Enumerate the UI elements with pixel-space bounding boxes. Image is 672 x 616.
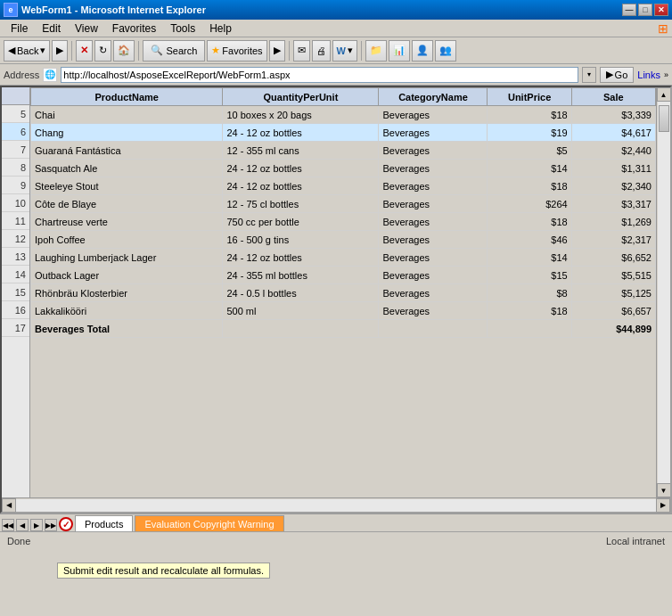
- status-bar: Done Local intranet: [0, 531, 672, 549]
- table-row[interactable]: Beverages Total $44,899: [31, 320, 656, 338]
- dropdown-icon: ▾: [348, 45, 353, 56]
- address-bar: Address 🌐 ▾ ▶ Go Links »: [0, 64, 672, 86]
- row-num-16: 16: [2, 301, 29, 319]
- search-button[interactable]: 🔍 Search: [143, 40, 205, 62]
- address-dropdown[interactable]: ▾: [582, 67, 596, 83]
- print-button[interactable]: 🖨: [312, 40, 331, 62]
- scroll-thumb-v[interactable]: [659, 105, 669, 132]
- close-button[interactable]: ✕: [654, 4, 668, 16]
- status-right: Local intranet: [606, 536, 665, 546]
- scroll-track-h[interactable]: [16, 499, 656, 512]
- cell-price: $5: [488, 142, 571, 160]
- menu-tools[interactable]: Tools: [163, 21, 202, 37]
- cell-sale: $6,657: [571, 302, 655, 320]
- cell-name: Chai: [31, 106, 223, 124]
- media-icon: ▶: [274, 45, 281, 56]
- table-row[interactable]: Sasquatch Ale 24 - 12 oz bottles Beverag…: [31, 160, 656, 177]
- cell-price: $19: [488, 124, 571, 142]
- favorites-button[interactable]: ★ Favorites: [207, 40, 266, 62]
- cell-qty: 24 - 12 oz bottles: [223, 124, 379, 142]
- cell-name: Steeleye Stout: [31, 177, 223, 195]
- folder-button[interactable]: 📁: [365, 40, 387, 62]
- sheet-tab-warning[interactable]: Evaluation Copyright Warning: [135, 515, 283, 531]
- table-row[interactable]: Côte de Blaye 12 - 75 cl bottles Beverag…: [31, 195, 656, 213]
- cell-category: Beverages: [379, 177, 488, 195]
- row-num-6: 6: [2, 123, 29, 141]
- sheet-nav-prev[interactable]: ◀: [16, 519, 29, 531]
- cell-qty: 16 - 500 g tins: [223, 231, 379, 249]
- cell-sale: $4,617: [571, 124, 655, 142]
- user-icon: 👤: [416, 45, 429, 56]
- cell-category: Beverages: [379, 124, 488, 142]
- mail-button[interactable]: ✉: [293, 40, 310, 62]
- scroll-down-button[interactable]: ▼: [657, 483, 671, 497]
- scroll-right-button[interactable]: ▶: [656, 498, 670, 513]
- table-row[interactable]: Laughing Lumberjack Lager 24 - 12 oz bot…: [31, 249, 656, 267]
- menu-edit[interactable]: Edit: [35, 21, 68, 37]
- table-row[interactable]: Steeleye Stout 24 - 12 oz bottles Bevera…: [31, 177, 656, 195]
- user-button[interactable]: 👤: [412, 40, 433, 62]
- spreadsheet-area[interactable]: ProductName QuantityPerUnit CategoryName…: [30, 87, 656, 497]
- cell-name: Sasquatch Ale: [31, 160, 223, 177]
- table-row[interactable]: Chang 24 - 12 oz bottles Beverages $19 $…: [31, 124, 656, 142]
- sheet-tab-products[interactable]: Products: [75, 515, 133, 531]
- back-button[interactable]: ◀ Back ▾: [4, 40, 50, 62]
- forward-button[interactable]: ▶: [52, 40, 68, 62]
- cell-price: $264: [488, 195, 571, 213]
- home-icon: 🏠: [118, 45, 130, 56]
- refresh-button[interactable]: ↻: [94, 40, 111, 62]
- word-button[interactable]: W ▾: [332, 40, 357, 62]
- sheet-nav-next[interactable]: ▶: [30, 519, 43, 531]
- home-button[interactable]: 🏠: [113, 40, 135, 62]
- maximize-button[interactable]: □: [638, 4, 652, 16]
- cell-price: $15: [488, 267, 571, 284]
- cell-category: Beverages: [379, 302, 488, 320]
- cell-sale: $3,339: [571, 106, 655, 124]
- cell-name: Beverages Total: [31, 320, 223, 338]
- scroll-track-v[interactable]: [658, 102, 670, 483]
- horizontal-scrollbar-area: ◀ ▶: [2, 497, 670, 512]
- cell-sale: $1,311: [571, 160, 655, 177]
- table-row[interactable]: Lakkalikööri 500 ml Beverages $18 $6,657: [31, 302, 656, 320]
- table-row[interactable]: Outback Lager 24 - 355 ml bottles Bevera…: [31, 267, 656, 284]
- table-row[interactable]: Guaraná Fantástica 12 - 355 ml cans Beve…: [31, 142, 656, 160]
- tooltip: Submit edit result and recalculate all f…: [57, 563, 270, 579]
- sheet-nav-first[interactable]: ◀◀: [2, 519, 14, 531]
- back-dropdown-icon: ▾: [40, 45, 45, 56]
- toolbar-sep-1: [71, 41, 72, 61]
- history-button[interactable]: 📊: [389, 40, 410, 62]
- table-row[interactable]: Chartreuse verte 750 cc per bottle Bever…: [31, 213, 656, 231]
- menu-favorites[interactable]: Favorites: [105, 21, 163, 37]
- row-num-header: [2, 87, 29, 105]
- app-icon: e: [4, 3, 18, 17]
- submit-icon[interactable]: ✓: [59, 517, 73, 531]
- cell-category: Beverages: [379, 231, 488, 249]
- back-icon: ◀: [8, 45, 15, 56]
- cell-qty: 750 cc per bottle: [223, 213, 379, 231]
- cell-sale: $2,340: [571, 177, 655, 195]
- stop-button[interactable]: ✕: [76, 40, 93, 62]
- vertical-scrollbar[interactable]: ▲ ▼: [656, 87, 670, 497]
- minimize-button[interactable]: —: [622, 4, 636, 16]
- cell-price: $18: [488, 177, 571, 195]
- links-expand-icon: »: [664, 70, 668, 79]
- table-row[interactable]: Chai 10 boxes x 20 bags Beverages $18 $3…: [31, 106, 656, 124]
- go-button[interactable]: ▶ Go: [600, 67, 635, 83]
- history-icon: 📊: [393, 45, 406, 56]
- table-row[interactable]: Rhönbräu Klosterbier 24 - 0.5 l bottles …: [31, 284, 656, 302]
- media-button[interactable]: ▶: [269, 40, 285, 62]
- cell-sale: $5,125: [571, 284, 655, 302]
- menu-help[interactable]: Help: [202, 21, 239, 37]
- messenger-button[interactable]: 👥: [435, 40, 456, 62]
- cell-name: Rhönbräu Klosterbier: [31, 284, 223, 302]
- table-row[interactable]: Ipoh Coffee 16 - 500 g tins Beverages $4…: [31, 231, 656, 249]
- row-num-15: 15: [2, 283, 29, 301]
- scroll-left-button[interactable]: ◀: [2, 498, 16, 513]
- links-button[interactable]: Links: [637, 70, 660, 80]
- menu-file[interactable]: File: [4, 21, 35, 37]
- sheet-nav-last[interactable]: ▶▶: [45, 519, 57, 531]
- menu-view[interactable]: View: [68, 21, 105, 37]
- scroll-up-button[interactable]: ▲: [657, 87, 671, 102]
- cell-sale: $44,899: [571, 320, 655, 338]
- address-input[interactable]: [61, 67, 578, 83]
